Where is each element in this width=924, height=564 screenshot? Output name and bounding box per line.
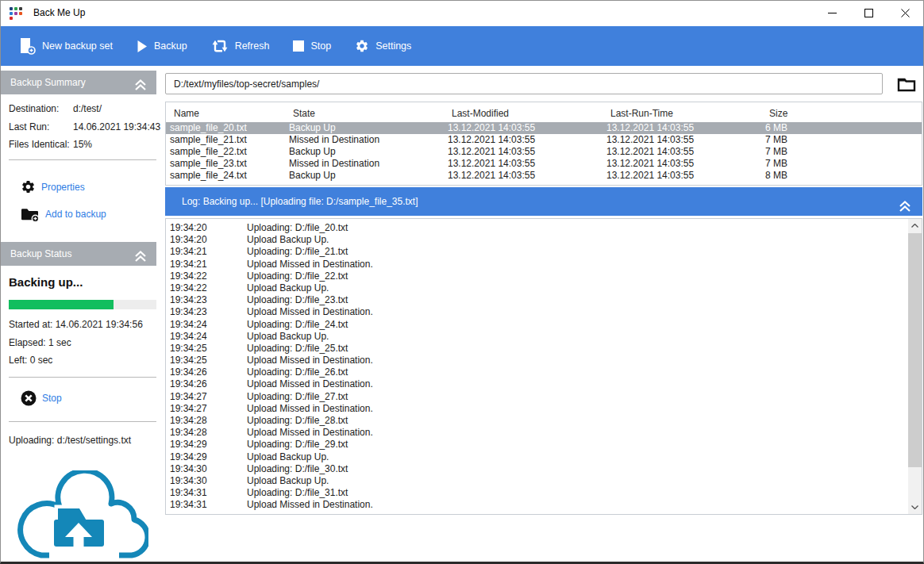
log-line: 19:34:22Uploading: D:/file_22.txt [166, 270, 907, 282]
maximize-button[interactable] [850, 1, 887, 25]
table-row[interactable]: sample_file_21.txtMissed in Destination1… [166, 134, 922, 146]
scrollbar-up-arrow[interactable] [908, 219, 922, 232]
log-time: 19:34:24 [166, 319, 247, 331]
stop-toolbar-button[interactable]: Stop [281, 26, 343, 66]
log-time: 19:34:29 [166, 439, 247, 451]
log-time: 19:34:20 [166, 222, 247, 234]
files-identical-row: Files Identical: 15% [9, 139, 164, 150]
new-backup-set-button[interactable]: New backup set [8, 26, 125, 66]
column-header[interactable]: Last-Run-Time [603, 102, 761, 125]
collapse-chevron-icon[interactable] [133, 76, 148, 100]
progress-bar [9, 300, 156, 309]
column-header[interactable]: State [285, 102, 444, 125]
log-time: 19:34:26 [166, 366, 247, 378]
table-row[interactable]: sample_file_20.txtBackup Up13.12.2021 14… [166, 122, 922, 134]
log-message: Uploading: D:/file_22.txt [247, 270, 348, 282]
log-line: 19:34:27Upload Missed in Destination. [166, 403, 907, 415]
log-time: 19:34:30 [166, 463, 247, 475]
table-cell: 13.12.2021 14:03:55 [603, 170, 761, 182]
file-table-rows: sample_file_20.txtBackup Up13.12.2021 14… [166, 122, 922, 182]
properties-link[interactable]: Properties [21, 179, 85, 194]
add-to-backup-link[interactable]: Add to backup [21, 206, 106, 222]
log-line: 19:34:24Uploading: D:/file_24.txt [166, 319, 907, 331]
refresh-button[interactable]: Refresh [199, 26, 282, 66]
status-heading: Backing up... [9, 275, 83, 289]
log-time: 19:34:26 [166, 378, 247, 390]
started-at-text: Started at: 14.06.2021 19:34:56 [9, 319, 143, 330]
minimize-icon [828, 9, 837, 17]
table-cell: 7 MB [761, 146, 922, 158]
add-to-backup-label: Add to backup [45, 209, 106, 220]
log-scrollbar[interactable] [908, 219, 922, 514]
log-time: 19:34:23 [166, 306, 247, 318]
log-line: 19:34:28Uploading: D:/file_28.txt [166, 415, 907, 427]
table-row[interactable]: sample_file_24.txtBackup Up13.12.2021 14… [166, 170, 922, 182]
log-time: 19:34:21 [166, 259, 247, 270]
table-cell: 13.12.2021 14:03:55 [444, 122, 603, 134]
log-message: Upload Missed in Destination. [247, 403, 373, 415]
backup-icon [137, 40, 148, 53]
log-line: 19:34:23Upload Missed in Destination. [166, 306, 907, 318]
backup-button[interactable]: Backup [125, 26, 199, 66]
left-text: Left: 0 sec [9, 355, 52, 366]
log-line: 19:34:27Uploading: D:/file_27.txt [166, 391, 907, 403]
scrollbar-thumb[interactable] [908, 233, 922, 467]
scrollbar-down-arrow[interactable] [908, 501, 922, 514]
log-time: 19:34:30 [166, 475, 247, 487]
log-time: 19:34:21 [166, 246, 247, 258]
log-time: 19:34:23 [166, 294, 247, 306]
table-row[interactable]: sample_file_23.txtMissed in Destination1… [166, 158, 922, 170]
folder-icon [897, 77, 916, 92]
path-input[interactable] [165, 73, 883, 94]
log-time: 19:34:27 [166, 391, 247, 403]
log-header[interactable]: Log: Backing up... [Uploading file: D:/s… [165, 187, 922, 216]
column-header[interactable]: Name [166, 102, 285, 125]
divider [9, 421, 156, 422]
sidebar: Backup Summary Destination: d:/test/ Las… [1, 66, 156, 564]
log-message: Upload Missed in Destination. [247, 427, 373, 439]
log-line: 19:34:29Uploading: D:/file_29.txt [166, 439, 907, 451]
settings-button[interactable]: Settings [343, 26, 423, 66]
backup-summary-header[interactable]: Backup Summary [1, 71, 156, 94]
log-line: 19:34:31Uploading: D:/file_31.txt [166, 487, 907, 499]
table-cell: 13.12.2021 14:03:55 [444, 134, 603, 146]
collapse-chevron-icon[interactable] [133, 247, 148, 271]
log-time: 19:34:25 [166, 343, 247, 355]
close-button[interactable] [887, 1, 923, 25]
log-message: Upload Missed in Destination. [247, 378, 373, 390]
stop-toolbar-label: Stop [310, 40, 331, 52]
log-message: Uploading: D:/file_25.txt [247, 343, 348, 355]
log-line: 19:34:31Upload Missed in Destination. [166, 499, 907, 511]
log-line: 19:34:21Upload Missed in Destination. [166, 259, 907, 270]
stop-label: Stop [42, 393, 62, 404]
browse-folder-button[interactable] [891, 75, 922, 94]
backup-summary-title: Backup Summary [10, 77, 86, 88]
stop-link[interactable]: Stop [21, 390, 62, 406]
log-message: Upload Backup Up. [247, 282, 329, 294]
log-message: Upload Backup Up. [247, 475, 329, 487]
minimize-button[interactable] [814, 1, 850, 25]
log-line: 19:34:26Upload Missed in Destination. [166, 378, 907, 390]
log-time: 19:34:29 [166, 451, 247, 463]
main-panel: NameStateLast-ModifiedLast-Run-TimeSize … [165, 66, 922, 564]
last-run-row: Last Run: 14.06.2021 19:34:43 [9, 121, 164, 132]
log-message: Upload Backup Up. [247, 451, 329, 463]
refresh-icon [211, 37, 229, 55]
backup-status-header[interactable]: Backup Status [1, 242, 156, 266]
table-cell: sample_file_24.txt [166, 170, 285, 182]
column-header[interactable]: Last-Modified [444, 102, 603, 125]
column-header[interactable]: Size [761, 102, 922, 125]
log-line: 19:34:29Upload Backup Up. [166, 451, 907, 463]
table-cell: sample_file_23.txt [166, 158, 285, 170]
maximize-icon [864, 9, 873, 17]
last-run-label: Last Run: [9, 121, 73, 132]
log-message: Uploading: D:/file_23.txt [247, 294, 348, 306]
backup-label: Backup [154, 40, 187, 52]
stop-circle-icon [21, 390, 37, 406]
cloud-backup-logo [15, 470, 148, 563]
table-cell: 13.12.2021 14:03:55 [444, 170, 603, 182]
last-run-value: 14.06.2021 19:34:43 [73, 121, 160, 132]
file-table-header: NameStateLast-ModifiedLast-Run-TimeSize [166, 102, 922, 122]
table-row[interactable]: sample_file_22.txtBackup Up13.12.2021 14… [166, 146, 922, 158]
log-line: 19:34:21Uploading: D:/file_21.txt [166, 246, 907, 258]
